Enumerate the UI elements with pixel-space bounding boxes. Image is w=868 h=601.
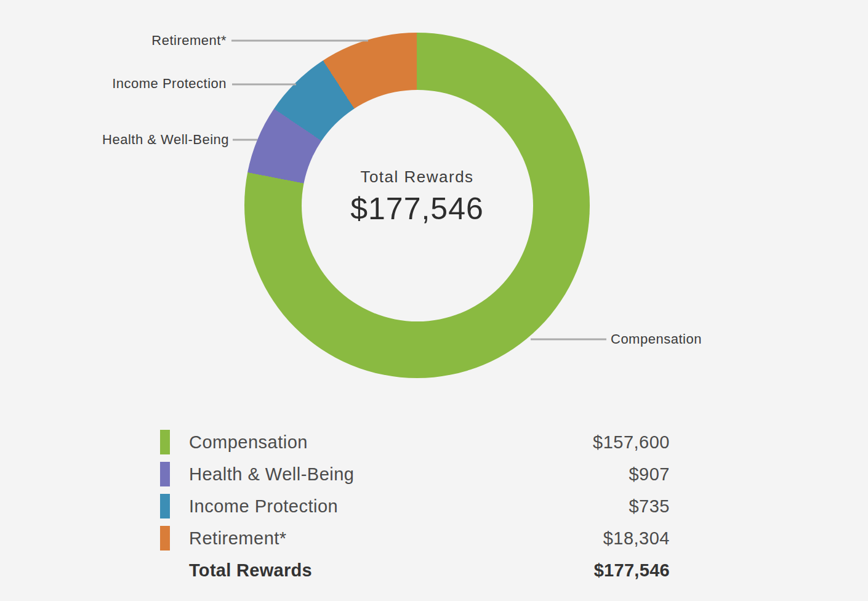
callout-label-income-protection: Income Protection xyxy=(112,76,227,92)
leader-line-income-protection xyxy=(232,84,296,86)
callout-label-compensation: Compensation xyxy=(611,331,702,347)
total-rewards-donut-chart: Total Rewards $177,546 Retirement* Incom… xyxy=(0,0,868,601)
legend-swatch-retirement xyxy=(160,526,170,551)
legend-label-income-protection: Income Protection xyxy=(189,496,338,517)
donut-ring[interactable]: Total Rewards $177,546 xyxy=(244,33,590,378)
center-label: Total Rewards xyxy=(302,167,533,187)
legend-row-health-well-being: Health & Well-Being $907 xyxy=(160,458,670,490)
legend-swatch-compensation xyxy=(160,430,170,454)
legend: Compensation $157,600 Health & Well-Bein… xyxy=(160,426,670,586)
callout-label-health-well-being: Health & Well-Being xyxy=(102,132,229,148)
donut-center-text: Total Rewards $177,546 xyxy=(302,167,533,227)
legend-value-health-well-being: $907 xyxy=(629,464,670,485)
leader-line-health-well-being xyxy=(233,139,257,141)
leader-line-retirement xyxy=(231,40,368,42)
legend-swatch-spacer xyxy=(160,558,170,583)
legend-label-total-rewards: Total Rewards xyxy=(189,560,312,581)
legend-swatch-income-protection xyxy=(160,494,170,518)
legend-label-health-well-being: Health & Well-Being xyxy=(189,464,354,485)
legend-value-retirement: $18,304 xyxy=(603,528,670,549)
legend-value-compensation: $157,600 xyxy=(593,432,670,453)
legend-row-retirement: Retirement* $18,304 xyxy=(160,522,670,554)
legend-value-income-protection: $735 xyxy=(629,496,670,517)
legend-label-compensation: Compensation xyxy=(189,432,308,453)
center-value: $177,546 xyxy=(302,191,533,227)
callout-label-retirement: Retirement* xyxy=(151,33,227,49)
legend-value-total-rewards: $177,546 xyxy=(594,560,670,581)
legend-label-retirement: Retirement* xyxy=(189,528,287,549)
legend-row-total-rewards: Total Rewards $177,546 xyxy=(160,554,670,586)
leader-line-compensation xyxy=(531,339,606,341)
legend-swatch-health-well-being xyxy=(160,462,170,486)
legend-row-compensation: Compensation $157,600 xyxy=(160,426,670,458)
legend-row-income-protection: Income Protection $735 xyxy=(160,490,670,522)
donut-hole: Total Rewards $177,546 xyxy=(302,90,533,321)
